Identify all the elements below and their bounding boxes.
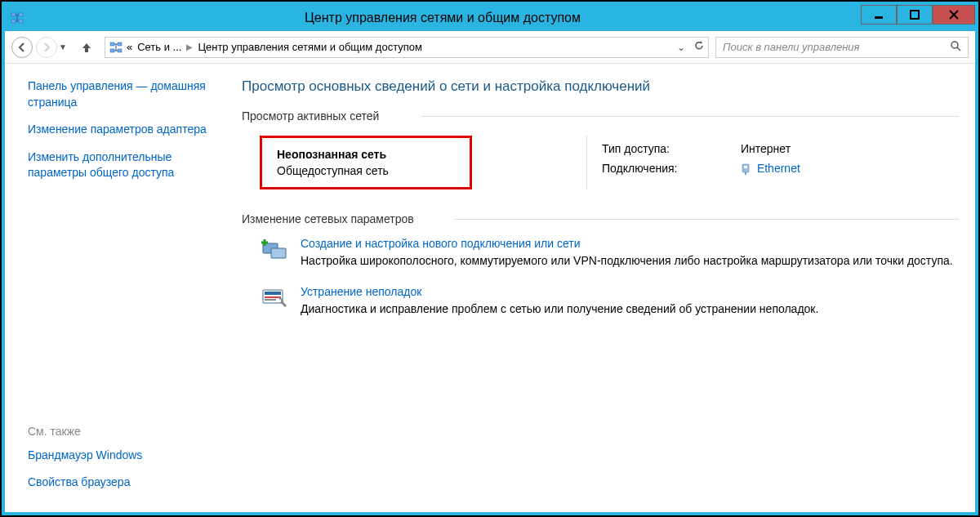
network-type: Общедоступная сеть (277, 164, 447, 177)
sidebar: Панель управления — домашняя страница Из… (5, 64, 234, 512)
create-connection-icon (260, 237, 289, 263)
svg-rect-21 (744, 166, 747, 168)
task-create-connection-desc: Настройка широкополосного, коммутируемог… (301, 253, 953, 269)
svg-rect-8 (911, 11, 919, 19)
breadcrumb-prefix: « (127, 41, 132, 53)
access-type-label: Тип доступа: (602, 142, 741, 155)
breadcrumb-root[interactable]: Сеть и ... (137, 41, 181, 53)
task-create-connection: Создание и настройка нового подключения … (260, 237, 959, 269)
svg-rect-14 (118, 49, 122, 52)
troubleshoot-icon (260, 285, 289, 311)
network-center-icon (10, 11, 24, 25)
see-also-label: См. также (28, 425, 224, 438)
minimize-button[interactable] (861, 5, 897, 25)
chevron-right-icon[interactable]: ▶ (186, 42, 193, 51)
svg-rect-2 (11, 20, 16, 23)
window: Центр управления сетями и общим доступом… (2, 2, 978, 515)
connection-link[interactable]: Ethernet (757, 162, 800, 175)
network-center-icon (109, 40, 123, 55)
network-details: Тип доступа: Интернет Подключения: (586, 136, 959, 189)
active-network-highlighted: Неопознанная сеть Общедоступная сеть (260, 136, 472, 189)
sidebar-link-sharing[interactable]: Изменить дополнительные параметры общего… (28, 149, 224, 181)
task-troubleshoot: Устранение неполадок Диагностика и испра… (260, 285, 959, 317)
svg-rect-0 (11, 13, 16, 16)
task-troubleshoot-desc: Диагностика и исправление проблем с сеть… (301, 301, 818, 317)
svg-rect-7 (875, 16, 883, 19)
network-name: Неопознанная сеть (277, 148, 447, 161)
breadcrumb-current[interactable]: Центр управления сетями и общим доступом (198, 41, 422, 53)
history-dropdown-icon[interactable]: ▼ (59, 42, 67, 51)
ethernet-icon (741, 163, 751, 175)
connections-label: Подключения: (602, 162, 741, 175)
address-dropdown-icon[interactable]: ⌄ (677, 42, 685, 53)
sidebar-link-home[interactable]: Панель управления — домашняя страница (28, 78, 224, 110)
page-heading: Просмотр основных сведений о сети и наст… (242, 78, 959, 95)
address-bar[interactable]: « Сеть и ... ▶ Центр управления сетями и… (105, 37, 709, 58)
refresh-button[interactable] (693, 40, 705, 54)
task-troubleshoot-link[interactable]: Устранение неполадок (301, 285, 421, 298)
window-title: Центр управления сетями и общим доступом (24, 11, 861, 25)
search-input[interactable]: Поиск в панели управления (715, 37, 969, 58)
svg-rect-30 (265, 296, 281, 298)
svg-rect-31 (265, 299, 276, 301)
task-create-connection-link[interactable]: Создание и настройка нового подключения … (301, 237, 580, 250)
search-icon[interactable] (950, 40, 961, 54)
back-button[interactable] (11, 37, 33, 58)
svg-line-19 (957, 47, 960, 51)
maximize-button[interactable] (897, 5, 933, 25)
svg-rect-11 (110, 42, 114, 46)
svg-rect-3 (19, 20, 23, 23)
close-button[interactable] (933, 5, 975, 25)
svg-rect-24 (271, 248, 286, 258)
svg-rect-1 (19, 13, 23, 16)
up-button[interactable] (78, 39, 95, 56)
sidebar-link-adapter[interactable]: Изменение параметров адаптера (28, 122, 224, 138)
active-networks-header: Просмотр активных сетей (242, 109, 959, 123)
svg-point-18 (951, 42, 958, 48)
svg-rect-29 (265, 292, 281, 295)
sidebar-link-firewall[interactable]: Брандмауэр Windows (28, 448, 224, 464)
search-placeholder: Поиск в панели управления (723, 41, 860, 53)
sidebar-link-browser[interactable]: Свойства браузера (28, 475, 224, 491)
svg-rect-12 (118, 42, 122, 46)
titlebar: Центр управления сетями и общим доступом (5, 5, 975, 31)
change-settings-header: Изменение сетевых параметров (242, 212, 959, 225)
main-content: Просмотр основных сведений о сети и наст… (234, 64, 975, 512)
access-type-value: Интернет (741, 142, 791, 155)
toolbar: ▼ « Сеть и ... ▶ Центр управле (5, 31, 975, 64)
forward-button[interactable] (36, 37, 57, 58)
svg-rect-13 (110, 49, 114, 52)
